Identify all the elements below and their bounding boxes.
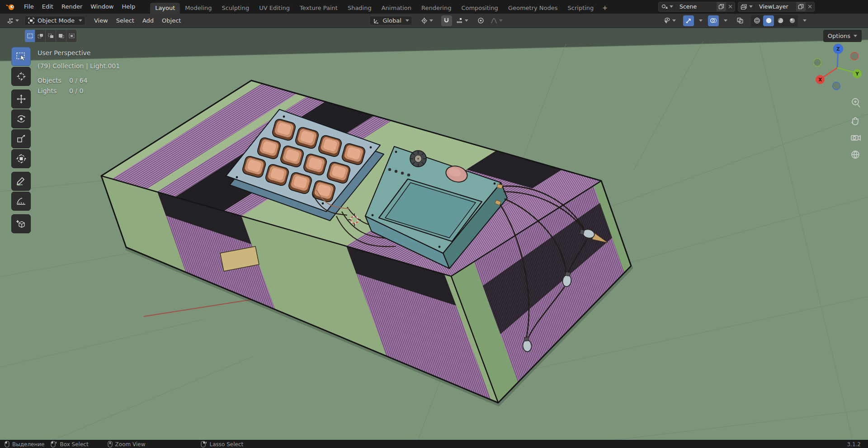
overlays-toggle[interactable]	[708, 15, 719, 26]
gizmo-x-label: X	[818, 77, 822, 82]
chevron-down-icon	[854, 35, 857, 37]
menu-help[interactable]: Help	[118, 0, 140, 14]
menu-edit[interactable]: Edit	[38, 0, 57, 14]
tab-rendering[interactable]: Rendering	[416, 3, 456, 14]
menu-add[interactable]: Add	[138, 17, 158, 24]
viewlayer-icon	[741, 4, 748, 10]
pivot-point-icon	[420, 17, 428, 24]
scene-name-field[interactable]: Scene	[675, 3, 717, 10]
visibility-dropdown[interactable]	[660, 16, 679, 25]
scene-copy-button[interactable]	[717, 2, 726, 11]
chevron-down-icon	[670, 5, 673, 8]
tool-measure[interactable]	[11, 192, 31, 211]
mouse-lmb-icon	[5, 441, 9, 448]
close-icon	[728, 4, 733, 9]
add-workspace-button[interactable]: +	[599, 2, 611, 14]
tool-annotate[interactable]	[11, 172, 31, 191]
close-icon	[807, 4, 812, 9]
tab-animation[interactable]: Animation	[377, 3, 416, 14]
tool-transform[interactable]	[11, 149, 31, 168]
chevron-down-icon	[749, 5, 753, 8]
keymap-box-select: Box Select	[51, 441, 88, 448]
tab-sculpting[interactable]: Sculpting	[217, 3, 254, 14]
snap-increment-icon	[456, 17, 463, 24]
shading-solid-button[interactable]	[763, 15, 774, 26]
options-button[interactable]: Options	[823, 30, 862, 42]
tab-uv-editing[interactable]: UV Editing	[254, 3, 295, 14]
menu-file[interactable]: File	[20, 0, 38, 14]
xray-toggle[interactable]	[735, 15, 745, 26]
select-box-icon	[16, 52, 27, 61]
mode-selector[interactable]: Object Mode	[24, 16, 85, 25]
menu-render[interactable]: Render	[57, 0, 86, 14]
viewport-3d[interactable]: Z X Y	[0, 0, 868, 448]
tab-compositing[interactable]: Compositing	[456, 3, 503, 14]
select-invert-button[interactable]	[56, 30, 66, 42]
tool-scale[interactable]	[11, 129, 31, 148]
overlays-icon	[710, 17, 717, 24]
select-subtract-button[interactable]	[46, 30, 56, 42]
falloff-curve-button[interactable]	[487, 16, 505, 25]
transform-tool-icon	[16, 154, 27, 164]
keymap-lasso-select: Lasso Select	[201, 441, 244, 448]
transform-orientation-selector[interactable]: Global	[369, 16, 412, 25]
viewlayer-remove-button[interactable]	[806, 2, 814, 11]
tool-cursor[interactable]	[11, 67, 31, 86]
pivot-point-button[interactable]	[418, 16, 436, 25]
active-object-label: (79) Collection | Light.001	[38, 63, 120, 69]
scene-unlink-button[interactable]	[726, 2, 735, 11]
blender-window: Z X Y File Edit Render Window He	[0, 0, 868, 448]
viewlayer-browse-button[interactable]	[738, 4, 755, 10]
select-extend-button[interactable]	[35, 30, 45, 42]
tool-rotate[interactable]	[11, 109, 31, 128]
shading-rendered-button[interactable]	[787, 15, 797, 26]
selectability-eye-icon	[663, 17, 671, 24]
rotate-tool-icon	[16, 114, 27, 124]
gizmos-toggle[interactable]	[683, 15, 694, 26]
menu-window[interactable]: Window	[86, 0, 118, 14]
shading-wireframe-button[interactable]	[751, 15, 762, 26]
menu-select[interactable]: Select	[112, 17, 138, 24]
gizmo-neg-x[interactable]	[851, 52, 859, 60]
gizmos-dropdown[interactable]	[695, 19, 705, 23]
annotate-pencil-icon	[16, 176, 27, 186]
mouse-drag-icon	[51, 441, 57, 448]
scene-icon	[661, 4, 668, 10]
tab-texture-paint[interactable]: Texture Paint	[295, 3, 343, 14]
workspace-tabs: Layout Modeling Sculpting UV Editing Tex…	[150, 0, 611, 14]
viewport-header: Object Mode View Select Add Object Globa…	[0, 14, 868, 28]
tab-shading[interactable]: Shading	[343, 3, 377, 14]
tool-move[interactable]	[11, 90, 31, 108]
gizmo-z-label: Z	[836, 47, 840, 52]
proportional-editing-button[interactable]	[476, 15, 486, 26]
blender-logo-icon[interactable]	[5, 3, 15, 10]
chevron-down-icon	[429, 19, 433, 22]
tool-add-cube[interactable]	[11, 214, 31, 233]
overlays-dropdown[interactable]	[720, 19, 730, 23]
tool-select-box[interactable]	[11, 47, 31, 66]
chevron-down-icon	[724, 19, 727, 22]
tab-layout[interactable]: Layout	[150, 3, 180, 14]
gizmo-neg-y[interactable]	[814, 59, 821, 66]
shading-dropdown[interactable]	[799, 19, 809, 23]
editor-type-button[interactable]	[4, 16, 22, 25]
shading-material-button[interactable]	[775, 15, 786, 26]
viewlayer-name-field[interactable]: ViewLayer	[755, 3, 796, 10]
menu-object[interactable]: Object	[158, 17, 185, 24]
mode-label: Object Mode	[38, 17, 75, 24]
keymap-lasso-select-label: Lasso Select	[210, 441, 244, 448]
tab-geometry-nodes[interactable]: Geometry Nodes	[503, 3, 563, 14]
orientation-axes-icon	[373, 17, 380, 24]
select-intersect-button[interactable]	[66, 30, 76, 42]
tab-scripting[interactable]: Scripting	[563, 3, 599, 14]
select-set-button[interactable]	[25, 30, 35, 42]
viewlayer-copy-button[interactable]	[796, 2, 806, 11]
menu-view[interactable]: View	[90, 17, 112, 24]
tab-modeling[interactable]: Modeling	[180, 3, 217, 14]
snap-settings-button[interactable]	[453, 16, 471, 25]
scene-browse-button[interactable]	[659, 4, 675, 10]
solid-sphere-icon	[765, 17, 772, 24]
snap-toggle-button[interactable]	[441, 15, 452, 26]
gizmo-neg-z[interactable]	[833, 82, 840, 90]
options-label: Options	[828, 33, 850, 39]
